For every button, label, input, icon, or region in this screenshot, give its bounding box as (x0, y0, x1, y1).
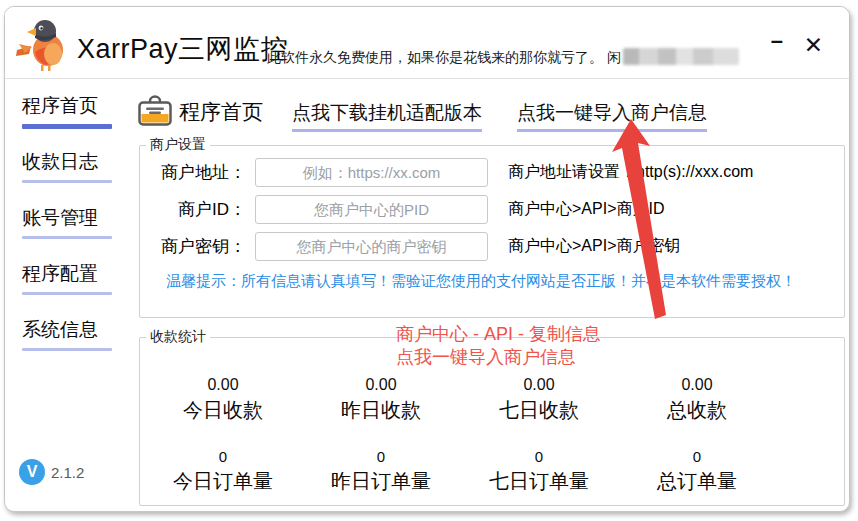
stat-label: 七日收款 (460, 397, 618, 424)
merchant-id-row: 商户ID： 商户中心>API>商户ID (142, 191, 844, 228)
subtitle-text: 此软件永久免费使用，如果你是花钱来的那你就亏了。 闲 (267, 49, 621, 65)
sidebar-underline (22, 180, 112, 183)
merchant-key-label: 商户密钥： (142, 235, 246, 258)
payment-stats-legend: 收款统计 (146, 328, 210, 346)
warm-tip-text: 温馨提示：所有信息请认真填写！需验证您使用的支付网站是否正版！并不是本软件需要授… (166, 272, 844, 291)
sidebar-item-label: 程序配置 (22, 261, 118, 287)
sidebar-item-system-info[interactable]: 系统信息 (22, 317, 118, 359)
stat-label: 今日订单量 (144, 468, 302, 495)
stat-value: 0 (144, 448, 302, 465)
stat-value: 0 (618, 448, 776, 465)
stat-label: 总订单量 (618, 468, 776, 495)
sidebar-item-home[interactable]: 程序首页 (22, 93, 118, 135)
stat-total-orders: 0 总订单量 (618, 448, 776, 495)
stat-value: 0 (460, 448, 618, 465)
sidebar-underline (22, 348, 112, 351)
sidebar-item-payment-log[interactable]: 收款日志 (22, 149, 118, 191)
sidebar-item-label: 程序首页 (22, 93, 118, 119)
stats-grid: 0.00 今日收款 0.00 昨日收款 0.00 七日收款 0.00 总收款 0… (144, 376, 776, 495)
stat-value: 0.00 (618, 376, 776, 394)
annotation-line2: 点我一键导入商户信息 (396, 346, 601, 369)
version-badge-icon: V (19, 459, 45, 485)
stat-yesterday-income: 0.00 昨日收款 (302, 376, 460, 424)
merchant-key-input[interactable] (255, 232, 488, 261)
stat-today-orders: 0 今日订单量 (144, 448, 302, 495)
merchant-id-hint: 商户中心>API>商户ID (508, 199, 664, 220)
version-number: 2.1.2 (51, 464, 84, 481)
stat-today-income: 0.00 今日收款 (144, 376, 302, 424)
merchant-id-input[interactable] (255, 195, 488, 224)
stat-week-orders: 0 七日订单量 (460, 448, 618, 495)
stat-value: 0.00 (302, 376, 460, 394)
bird-logo-icon (15, 16, 73, 72)
stat-value: 0.00 (460, 376, 618, 394)
red-annotation-text: 商户中心 - API - 复制信息 点我一键导入商户信息 (396, 323, 601, 369)
merchant-key-hint: 商户中心>API>商户密钥 (508, 236, 680, 257)
stat-week-income: 0.00 七日收款 (460, 376, 618, 424)
minimize-button[interactable]: – (771, 27, 783, 55)
sidebar-item-label: 账号管理 (22, 205, 118, 231)
stat-label: 总收款 (618, 397, 776, 424)
sidebar-underline (22, 292, 112, 295)
merchant-id-label: 商户ID： (142, 198, 246, 221)
app-window: XarrPay三网监控 此软件永久免费使用，如果你是花钱来的那你就亏了。 闲 –… (4, 6, 850, 512)
tab-program-home[interactable]: 程序首页 (179, 98, 263, 126)
stat-value: 0.00 (144, 376, 302, 394)
sidebar-underline (22, 124, 112, 129)
merchant-url-input[interactable] (255, 158, 488, 187)
merchant-url-label: 商户地址： (142, 161, 246, 184)
briefcase-icon (137, 95, 173, 127)
app-title: XarrPay三网监控 (77, 31, 288, 67)
stat-label: 今日收款 (144, 397, 302, 424)
download-adapted-version-link[interactable]: 点我下载挂机适配版本 (292, 100, 482, 132)
stat-value: 0 (302, 448, 460, 465)
sidebar-underline (22, 236, 112, 239)
stat-yesterday-orders: 0 昨日订单量 (302, 448, 460, 495)
title-bar: XarrPay三网监控 此软件永久免费使用，如果你是花钱来的那你就亏了。 闲 –… (5, 7, 849, 78)
merchant-settings-group: 商户设置 商户地址： 商户地址请设置：http(s)://xxx.com 商户I… (139, 136, 845, 318)
sidebar: 程序首页 收款日志 账号管理 程序配置 系统信息 (5, 79, 133, 511)
stat-label: 七日订单量 (460, 468, 618, 495)
sidebar-item-label: 系统信息 (22, 317, 118, 343)
one-click-import-merchant-link[interactable]: 点我一键导入商户信息 (517, 100, 707, 132)
annotation-line1: 商户中心 - API - 复制信息 (396, 323, 601, 346)
stat-total-income: 0.00 总收款 (618, 376, 776, 424)
stat-label: 昨日订单量 (302, 468, 460, 495)
stat-label: 昨日收款 (302, 397, 460, 424)
sidebar-item-program-config[interactable]: 程序配置 (22, 261, 118, 303)
merchant-url-row: 商户地址： 商户地址请设置：http(s)://xxx.com (142, 154, 844, 191)
sidebar-item-label: 收款日志 (22, 149, 118, 175)
merchant-settings-legend: 商户设置 (146, 136, 210, 154)
sidebar-item-account-mgmt[interactable]: 账号管理 (22, 205, 118, 247)
merchant-key-row: 商户密钥： 商户中心>API>商户密钥 (142, 228, 844, 265)
censored-blur (623, 48, 739, 65)
close-button[interactable]: ✕ (804, 31, 823, 59)
app-subtitle: 此软件永久免费使用，如果你是花钱来的那你就亏了。 闲 (267, 48, 739, 67)
merchant-url-hint: 商户地址请设置：http(s)://xxx.com (508, 162, 753, 183)
version-area: V 2.1.2 (19, 459, 84, 485)
